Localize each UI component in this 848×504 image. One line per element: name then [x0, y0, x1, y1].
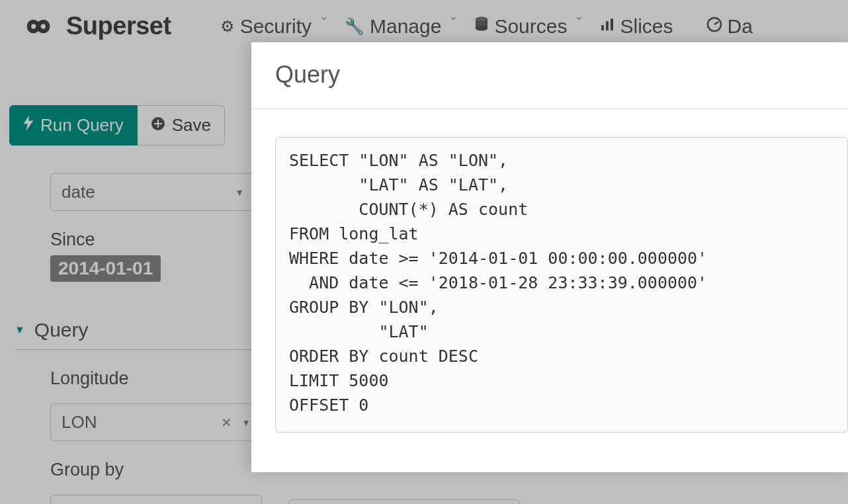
- query-modal: Query SELECT "LON" AS "LON", "LAT" AS "L…: [251, 42, 848, 472]
- divider: [251, 108, 848, 109]
- modal-title: Query: [251, 42, 848, 108]
- sql-code-block[interactable]: SELECT "LON" AS "LON", "LAT" AS "LAT", C…: [275, 137, 848, 433]
